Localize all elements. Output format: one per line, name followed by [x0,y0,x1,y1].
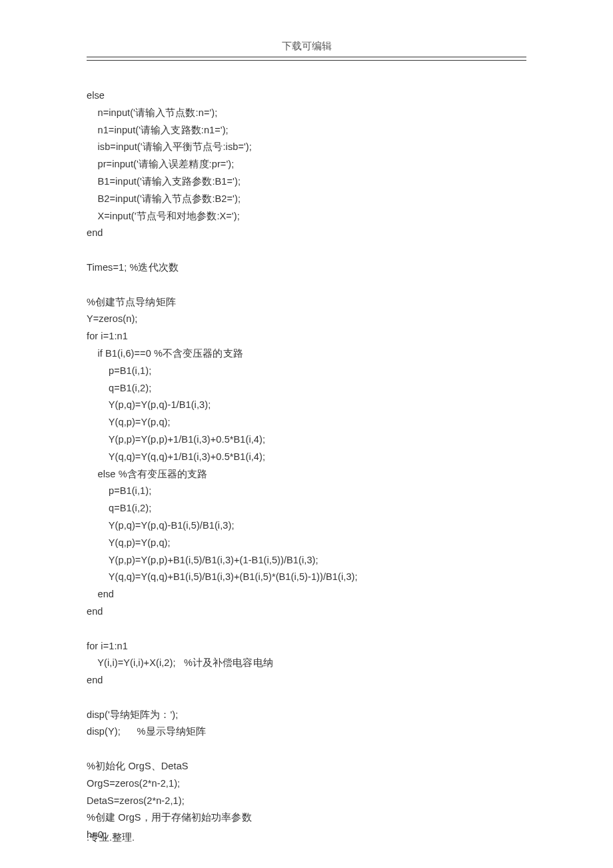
code-line: Y(q,p)=Y(p,q); [87,535,526,552]
code-line [87,277,526,294]
code-block: else n=input('请输入节点数:n='); n1=input('请输入… [87,87,526,844]
code-line [87,689,526,707]
code-line: end [87,603,526,621]
code-line: p=B1(i,1); [87,363,526,380]
code-line: q=B1(i,2); [87,380,526,397]
code-line: Y(q,q)=Y(q,q)+B1(i,5)/B1(i,3)+(B1(i,5)*(… [87,569,526,586]
code-line: end [87,586,526,603]
document-page: 下载可编辑 else n=input('请输入节点数:n='); n1=inpu… [0,0,613,868]
code-line: pr=input('请输入误差精度:pr='); [87,156,526,173]
code-line: %初始化 OrgS、DetaS [87,758,526,775]
code-line: p=B1(i,1); [87,483,526,500]
code-line: end [87,672,526,689]
code-line: if B1(i,6)==0 %不含变压器的支路 [87,345,526,363]
code-line: B1=input('请输入支路参数:B1='); [87,173,526,191]
code-line: h=0; [87,827,526,844]
code-line: Y(q,p)=Y(p,q); [87,414,526,431]
page-footer: .专业.整理. [87,831,135,844]
code-line: q=B1(i,2); [87,500,526,517]
code-line: Times=1; %迭代次数 [87,259,526,277]
code-line: disp(Y); %显示导纳矩阵 [87,723,526,741]
code-line [87,242,526,259]
code-line: disp('导纳矩阵为：'); [87,707,526,724]
code-line: Y(p,q)=Y(p,q)-B1(i,5)/B1(i,3); [87,517,526,535]
code-line: %创建 OrgS，用于存储初始功率参数 [87,809,526,827]
code-line: Y=zeros(n); [87,311,526,328]
code-line: %创建节点导纳矩阵 [87,294,526,311]
code-line: Y(p,p)=Y(p,p)+1/B1(i,3)+0.5*B1(i,4); [87,431,526,449]
code-line: else %含有变压器的支路 [87,466,526,483]
code-line: for i=1:n1 [87,638,526,655]
code-line: Y(p,p)=Y(p,p)+B1(i,5)/B1(i,3)+(1-B1(i,5)… [87,552,526,569]
code-line: else [87,87,526,105]
header-underline [87,60,526,61]
code-line: Y(p,q)=Y(p,q)-1/B1(i,3); [87,397,526,414]
code-line: end [87,225,526,242]
code-line: OrgS=zeros(2*n-2,1); [87,775,526,793]
code-line: Y(q,q)=Y(q,q)+1/B1(i,3)+0.5*B1(i,4); [87,449,526,466]
code-line [87,621,526,638]
code-line: n1=input('请输入支路数:n1='); [87,122,526,139]
code-line: B2=input('请输入节点参数:B2='); [87,191,526,208]
code-line: X=input('节点号和对地参数:X='); [87,208,526,225]
code-line: n=input('请输入节点数:n='); [87,105,526,122]
code-line: isb=input('请输入平衡节点号:isb='); [87,139,526,156]
code-line [87,741,526,758]
code-line: for i=1:n1 [87,328,526,345]
code-line: Y(i,i)=Y(i,i)+X(i,2); %计及补偿电容电纳 [87,655,526,672]
code-line: DetaS=zeros(2*n-2,1); [87,793,526,810]
page-header: 下载可编辑 [87,40,526,57]
